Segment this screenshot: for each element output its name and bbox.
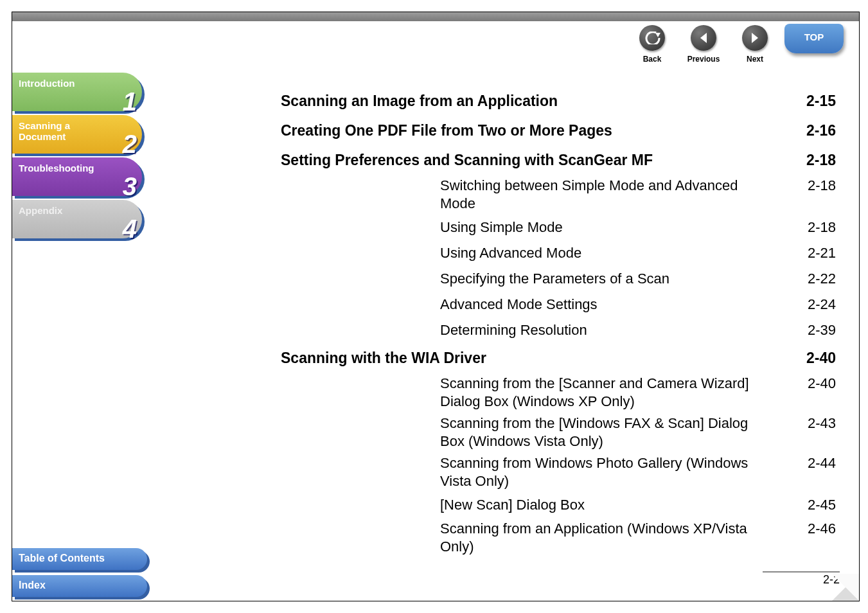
toc-subsection-page: 2-22 xyxy=(804,268,836,290)
toc-subsection-page: 2-21 xyxy=(804,242,836,264)
sidebar-tab-number: 2 xyxy=(123,130,137,159)
toc-section[interactable]: Creating One PDF File from Two or More P… xyxy=(281,118,836,143)
sidebar-tab-number: 1 xyxy=(123,87,137,116)
page-frame: Back Previous Next TOP Introduction 1 Sc… xyxy=(12,12,860,601)
nav-previous[interactable]: Previous xyxy=(678,25,729,64)
toc-subsection-page: 2-18 xyxy=(804,217,836,238)
toc-subsection[interactable]: Scanning from Windows Photo Gallery (Win… xyxy=(440,454,836,490)
link-label: Index xyxy=(12,575,147,597)
toc-section-page: 2-15 xyxy=(802,88,836,114)
toc-subsection-title: Scanning from an Application (Windows XP… xyxy=(440,520,774,556)
toc-section-title: Creating One PDF File from Two or More P… xyxy=(281,118,616,143)
index-link[interactable]: Index xyxy=(12,575,148,598)
toc-subsection-title: Determining Resolution xyxy=(440,319,591,341)
page-fold-corner xyxy=(832,574,859,601)
toc-subsection-page: 2-43 xyxy=(804,414,836,432)
toc-section-page: 2-40 xyxy=(802,345,836,371)
toc-subsection[interactable]: Advanced Mode Settings2-24 xyxy=(440,294,836,315)
nav-back[interactable]: Back xyxy=(626,25,678,64)
toc-section[interactable]: Scanning with the WIA Driver2-40 xyxy=(281,345,836,371)
toc-section-page: 2-18 xyxy=(802,147,836,173)
next-icon[interactable] xyxy=(742,25,768,51)
toc-subsection[interactable]: Switching between Simple Mode and Advanc… xyxy=(440,177,836,213)
sidebar-tab-label: Scanning a Document xyxy=(19,120,109,142)
sidebar-tab-troubleshooting[interactable]: Troubleshooting 3 xyxy=(12,157,143,197)
toc-section[interactable]: Scanning an Image from an Application2-1… xyxy=(281,88,836,114)
nav-cluster: Back Previous Next TOP xyxy=(626,25,844,66)
toc-section[interactable]: Setting Preferences and Scanning with Sc… xyxy=(281,147,836,173)
toc-subsection-title: Scanning from the [Windows FAX & Scan] D… xyxy=(440,414,774,450)
toc-subsection-title: Switching between Simple Mode and Advanc… xyxy=(440,177,774,213)
nav-previous-label: Previous xyxy=(678,55,729,64)
toc-section-title: Scanning an Image from an Application xyxy=(281,88,562,114)
toc-subsection[interactable]: Using Advanced Mode2-21 xyxy=(440,242,836,264)
footer-rule xyxy=(763,571,840,573)
toc-subsection[interactable]: Using Simple Mode2-18 xyxy=(440,217,836,238)
sidebar-tab-label: Troubleshooting xyxy=(19,163,109,173)
sidebar-bottom-links: Table of Contents Index xyxy=(12,544,148,598)
sidebar-tab-scanning[interactable]: Scanning a Document 2 xyxy=(12,115,143,155)
sidebar-tab-number: 3 xyxy=(123,172,137,201)
sidebar-tab-introduction[interactable]: Introduction 1 xyxy=(12,73,143,112)
sidebar: Introduction 1 Scanning a Document 2 Tro… xyxy=(12,73,143,242)
toc-subsection-title: Scanning from Windows Photo Gallery (Win… xyxy=(440,454,774,490)
nav-next[interactable]: Next xyxy=(729,25,781,64)
toc-subsection-title: Using Simple Mode xyxy=(440,217,567,238)
toc-subsection-page: 2-45 xyxy=(804,494,836,516)
table-of-contents-link[interactable]: Table of Contents xyxy=(12,548,148,571)
link-label: Table of Contents xyxy=(12,548,147,570)
toc-subsection-page: 2-40 xyxy=(804,375,836,393)
nav-next-label: Next xyxy=(729,55,781,64)
toc-subsection-page: 2-18 xyxy=(804,177,836,195)
toc-subsection[interactable]: Specifying the Parameters of a Scan2-22 xyxy=(440,268,836,290)
toc-subsection-title: Using Advanced Mode xyxy=(440,242,585,264)
main-content-toc: Scanning an Image from an Application2-1… xyxy=(281,88,836,560)
toc-section-page: 2-16 xyxy=(802,118,836,143)
toc-subsection[interactable]: Scanning from an Application (Windows XP… xyxy=(440,520,836,556)
previous-icon[interactable] xyxy=(691,25,716,51)
toc-subsection-page: 2-46 xyxy=(804,520,836,538)
toc-subsection-page: 2-39 xyxy=(804,319,836,341)
toc-section-title: Scanning with the WIA Driver xyxy=(281,345,490,371)
nav-back-label: Back xyxy=(626,55,678,64)
toc-subsection-title: Specifying the Parameters of a Scan xyxy=(440,268,673,290)
back-icon[interactable] xyxy=(639,25,665,51)
sidebar-tab-label: Introduction xyxy=(19,78,109,89)
toc-subsection[interactable]: Determining Resolution2-39 xyxy=(440,319,836,341)
toc-subsection-title: Advanced Mode Settings xyxy=(440,294,601,315)
toc-subsection[interactable]: [New Scan] Dialog Box2-45 xyxy=(440,494,836,516)
toc-subsection[interactable]: Scanning from the [Windows FAX & Scan] D… xyxy=(440,414,836,450)
toc-subsection-page: 2-44 xyxy=(804,454,836,472)
toc-subsection-title: Scanning from the [Scanner and Camera Wi… xyxy=(440,375,774,411)
toc-section-title: Setting Preferences and Scanning with Sc… xyxy=(281,147,657,173)
sidebar-tab-appendix[interactable]: Appendix 4 xyxy=(12,200,143,240)
header-bar xyxy=(12,12,859,21)
sidebar-tab-label: Appendix xyxy=(19,205,109,216)
nav-top-button[interactable]: TOP xyxy=(784,24,844,53)
toc-subsection[interactable]: Scanning from the [Scanner and Camera Wi… xyxy=(440,375,836,411)
sidebar-tab-number: 4 xyxy=(123,215,137,244)
toc-subsection-title: [New Scan] Dialog Box xyxy=(440,494,589,516)
toc-subsection-page: 2-24 xyxy=(804,294,836,315)
